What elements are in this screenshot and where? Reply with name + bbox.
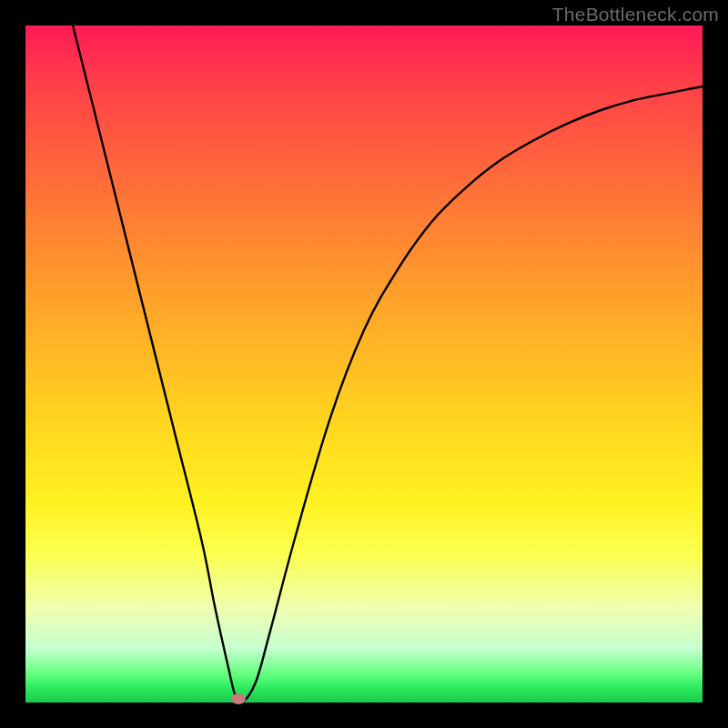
bottleneck-curve [73,25,703,703]
curve-layer [25,25,703,703]
watermark-label: TheBottleneck.com [552,4,719,25]
chart-frame: TheBottleneck.com [0,0,728,728]
optimum-marker [231,693,246,704]
plot-area [25,25,703,703]
